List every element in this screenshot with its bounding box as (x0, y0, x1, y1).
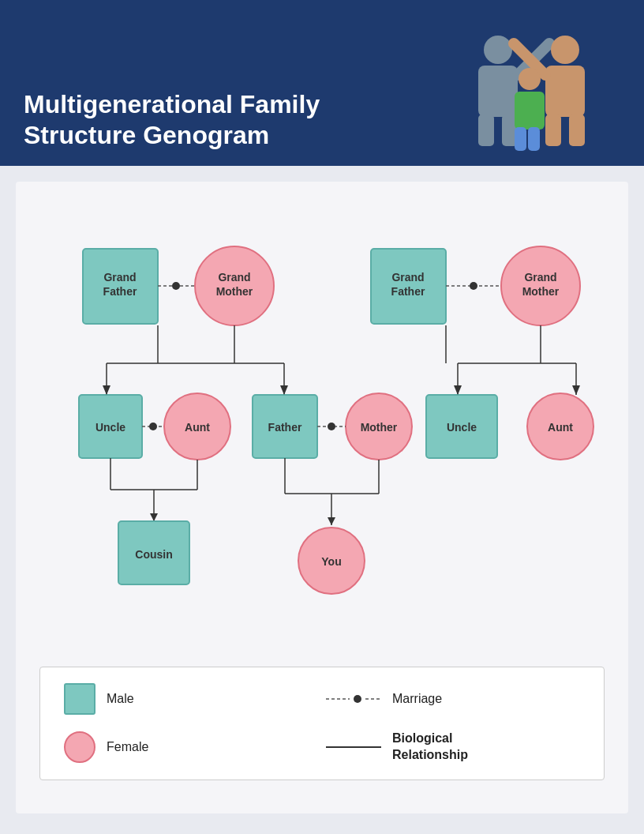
svg-rect-7 (545, 115, 561, 146)
svg-text:Grand: Grand (524, 271, 556, 284)
svg-point-5 (551, 36, 579, 64)
legend-male: Male (64, 683, 318, 715)
legend-female: Female (64, 731, 318, 764)
svg-text:Cousin: Cousin (135, 548, 172, 561)
svg-rect-13 (528, 127, 540, 151)
svg-text:Uncle: Uncle (447, 421, 477, 434)
header: Multigenerational Family Structure Genog… (0, 0, 644, 166)
svg-point-75 (354, 695, 361, 703)
svg-point-0 (484, 36, 512, 64)
svg-rect-8 (569, 115, 585, 146)
svg-point-45 (149, 423, 157, 430)
main-content: Grand Father Grand Mother Grand Father G… (16, 182, 628, 813)
page-title: Multigenerational Family Structure Genog… (24, 89, 355, 150)
svg-marker-58 (454, 385, 462, 395)
svg-marker-59 (572, 385, 580, 395)
svg-text:Grand: Grand (103, 271, 136, 284)
svg-text:Father: Father (103, 285, 137, 298)
svg-rect-11 (515, 92, 545, 130)
header-illustration (462, 20, 597, 166)
legend-box: Male Marriage Female BiologicalRelations… (39, 667, 605, 780)
bio-symbol (326, 746, 381, 748)
svg-marker-71 (328, 517, 335, 525)
svg-text:Mother: Mother (361, 421, 398, 434)
bio-label: BiologicalRelationship (392, 731, 468, 764)
svg-text:Father: Father (268, 421, 302, 434)
female-symbol (64, 731, 95, 763)
svg-marker-64 (150, 513, 158, 521)
svg-text:Mother: Mother (522, 285, 560, 298)
svg-text:Grand: Grand (218, 271, 250, 284)
svg-point-51 (328, 423, 335, 430)
male-label: Male (107, 692, 134, 706)
svg-text:Uncle: Uncle (95, 421, 125, 434)
marriage-symbol (326, 691, 381, 707)
svg-rect-1 (478, 66, 518, 117)
svg-marker-56 (103, 385, 110, 395)
female-label: Female (107, 740, 148, 754)
svg-point-29 (470, 282, 477, 290)
svg-rect-2 (478, 115, 494, 146)
svg-text:You: You (321, 555, 341, 568)
male-symbol (64, 683, 95, 715)
svg-marker-57 (280, 385, 288, 395)
svg-point-21 (172, 282, 180, 290)
svg-text:Grand: Grand (391, 271, 424, 284)
svg-rect-12 (515, 127, 526, 151)
svg-point-10 (519, 68, 541, 90)
svg-rect-6 (545, 66, 585, 117)
svg-text:Aunt: Aunt (185, 421, 210, 434)
legend-marriage: Marriage (326, 683, 580, 715)
marriage-label: Marriage (392, 692, 442, 706)
legend-bio: BiologicalRelationship (326, 731, 580, 764)
svg-text:Mother: Mother (216, 285, 253, 298)
svg-text:Aunt: Aunt (548, 421, 573, 434)
genogram-container: Grand Father Grand Mother Grand Father G… (39, 205, 605, 651)
svg-text:Father: Father (391, 285, 425, 298)
